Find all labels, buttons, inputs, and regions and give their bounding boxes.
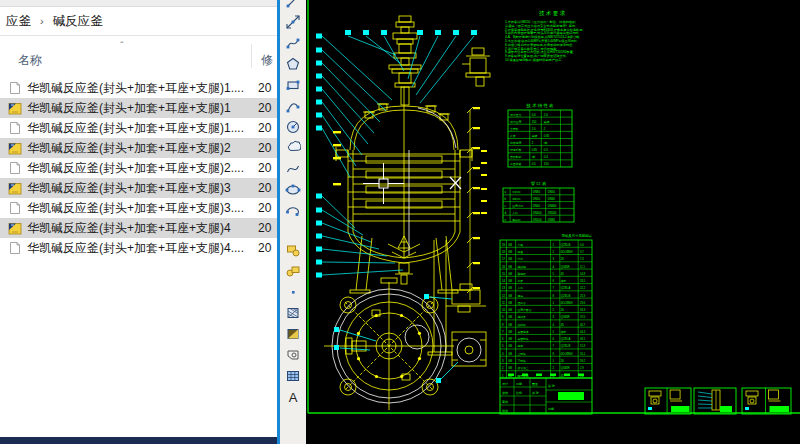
file-row[interactable]: 华凯碱反应釜(封头+加套+耳座+支腿)120	[0, 98, 277, 118]
svg-text:容器类别: 容器类别	[510, 155, 521, 159]
svg-text:GB: GB	[508, 279, 512, 283]
file-row[interactable]: 华凯碱反应釜(封头+加套+耳座+支腿)320	[0, 178, 277, 198]
rectangle-tool-button[interactable]	[282, 75, 304, 95]
file-date: 20	[258, 81, 271, 95]
svg-text:2: 2	[552, 366, 554, 370]
svg-text:管 口 表: 管 口 表	[531, 181, 547, 186]
svg-text:介质: 介质	[510, 134, 516, 138]
svg-text:GB: GB	[508, 257, 512, 261]
window-bottom-strip	[0, 437, 277, 444]
svg-text:14: 14	[502, 279, 506, 283]
line-tool-button[interactable]	[282, 0, 304, 11]
file-row[interactable]: 华凯碱反应釜(封头+加套+耳座+支腿)4....20	[0, 238, 277, 258]
svg-text:Q235-B: Q235-B	[561, 243, 571, 247]
construction-line-tool-button[interactable]	[282, 12, 304, 32]
svg-text:设计压力: 设计压力	[510, 113, 521, 117]
polyline-tool-button[interactable]	[282, 33, 304, 53]
svg-text:2: 2	[552, 250, 554, 254]
ellipse-tool-button[interactable]	[282, 180, 304, 200]
svg-text:10: 10	[502, 308, 506, 312]
svg-text:GB: GB	[508, 359, 512, 363]
file-row[interactable]: 华凯碱反应釜(封头+加套+耳座+支腿)420	[0, 218, 277, 238]
svg-text:比例: 比例	[516, 391, 522, 395]
svg-text:焊缝系数: 焊缝系数	[510, 148, 521, 152]
svg-text:GB: GB	[508, 301, 512, 305]
gradient-tool-button[interactable]	[282, 324, 304, 344]
circle-tool-button[interactable]	[282, 117, 304, 137]
svg-text:0.5: 0.5	[532, 162, 536, 166]
file-row[interactable]: 华凯碱反应釜(封头+加套+耳座+支腿)2....20	[0, 158, 277, 178]
svg-text:7: 7	[502, 330, 504, 334]
svg-text:11: 11	[502, 301, 505, 305]
doc-file-icon	[8, 241, 22, 255]
svg-text:DN50: DN50	[548, 190, 556, 194]
svg-text:45: 45	[561, 374, 565, 378]
svg-text:碱液: 碱液	[544, 120, 550, 124]
svg-text:a: a	[505, 190, 507, 194]
svg-text:DN400: DN400	[533, 211, 542, 215]
svg-text:3.7: 3.7	[580, 250, 584, 254]
divider	[0, 35, 277, 36]
svg-text:1: 1	[552, 301, 554, 305]
file-row[interactable]: 华凯碱反应釜(封头+加套+耳座+支腿)1....20	[0, 78, 277, 98]
svg-text:5: 5	[552, 272, 554, 276]
svg-text:技 术 要 求: 技 术 要 求	[539, 10, 566, 17]
file-row[interactable]: 华凯碱反应釜(封头+加套+耳座+支腿)1....20	[0, 118, 277, 138]
svg-text:人孔: 人孔	[512, 211, 518, 215]
column-divider[interactable]	[251, 44, 252, 68]
column-name[interactable]: 名称	[18, 52, 42, 69]
svg-text:垫片: 垫片	[517, 257, 523, 261]
svg-text:4: 4	[552, 265, 554, 269]
svg-text:GB: GB	[508, 250, 512, 254]
make-block-tool-button[interactable]	[282, 261, 304, 281]
cad-drawing-canvas[interactable]: 技 术 要 求1.本设备按GB150《压力容器》制造、试验和验收; 并接受《固定…	[306, 0, 800, 444]
breadcrumb[interactable]: 应釜 › 碱反应釜	[6, 10, 103, 32]
file-date: 20	[258, 141, 271, 155]
breadcrumb-segment[interactable]: 应釜	[6, 13, 31, 30]
polygon-tool-button[interactable]	[282, 54, 304, 74]
svg-text:7: 7	[552, 286, 554, 290]
column-modified[interactable]: 修	[261, 52, 273, 69]
list-column-header[interactable]: ˆ 名称 修	[0, 40, 277, 72]
svg-text:0Cr18Ni9: 0Cr18Ni9	[561, 352, 573, 356]
point-tool-button[interactable]	[282, 282, 304, 302]
svg-text:搅拌轴: 搅拌轴	[517, 265, 526, 269]
svg-text:5: 5	[552, 330, 554, 334]
multiline-text-tool-button[interactable]: A	[282, 387, 304, 407]
arc-tool-button[interactable]	[282, 96, 304, 116]
hatch-tool-button[interactable]	[282, 303, 304, 323]
revision-cloud-tool-button[interactable]	[282, 138, 304, 158]
svg-text:25.9: 25.9	[580, 294, 586, 298]
svg-text:GB: GB	[508, 337, 512, 341]
svg-text:8: 8	[552, 294, 554, 298]
svg-text:45: 45	[561, 323, 565, 327]
spline-tool-button[interactable]	[282, 159, 304, 179]
region-tool-button[interactable]	[282, 345, 304, 365]
svg-text:d: d	[505, 211, 507, 215]
svg-text:33.3: 33.3	[580, 308, 586, 312]
svg-text:下封头: 下封头	[517, 359, 526, 363]
svg-text:Q345R: Q345R	[561, 366, 570, 370]
svg-text:2: 2	[544, 127, 546, 131]
svg-text:1: 1	[552, 359, 554, 363]
file-name: 华凯碱反应釜(封头+加套+耳座+支腿)3	[27, 180, 249, 197]
svg-text:9: 9	[502, 315, 504, 319]
svg-text:5: 5	[502, 344, 504, 348]
svg-text:14.8: 14.8	[580, 272, 586, 276]
svg-text:DN400: DN400	[548, 204, 557, 208]
svg-text:GB: GB	[508, 352, 512, 356]
ellipse-arc-tool-button[interactable]	[282, 201, 304, 221]
svg-text:2.0: 2.0	[532, 127, 536, 131]
file-row[interactable]: 华凯碱反应釜(封头+加套+耳座+支腿)3....20	[0, 198, 277, 218]
file-explorer-panel: 应釜 › 碱反应釜 ˆ 名称 修 华凯碱反应釜(封头+加套+耳座+支腿)1...…	[0, 0, 277, 444]
svg-text:搅拌桨: 搅拌桨	[517, 315, 526, 319]
front-view-white-lines	[409, 108, 456, 255]
insert-block-tool-button[interactable]	[282, 240, 304, 260]
file-row[interactable]: 华凯碱反应釜(封头+加套+耳座+支腿)220	[0, 138, 277, 158]
table-tool-button[interactable]	[282, 366, 304, 386]
file-name: 华凯碱反应釜(封头+加套+耳座+支腿)4	[27, 220, 249, 237]
svg-text:GB: GB	[508, 243, 512, 247]
breadcrumb-segment[interactable]: 碱反应釜	[53, 13, 103, 30]
svg-text:联轴器: 联轴器	[517, 272, 526, 276]
file-name: 华凯碱反应釜(封头+加套+耳座+支腿)2	[27, 140, 249, 157]
